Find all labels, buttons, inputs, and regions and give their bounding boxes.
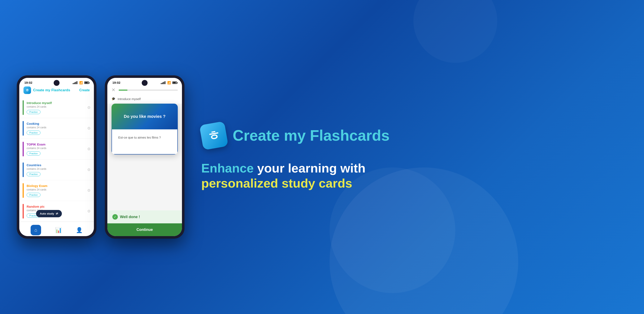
item-title: Countries xyxy=(26,163,85,167)
shuffle-icon: ⇄ xyxy=(56,212,58,215)
battery-icon xyxy=(84,81,89,84)
item-subtitle: contains 24 cards xyxy=(26,188,85,191)
logo-icon: ㅎ xyxy=(24,86,31,94)
gear-icon[interactable]: ⚙ xyxy=(87,126,90,131)
item-subtitle: contains 24 cards xyxy=(26,105,85,108)
phones-area: 19:02 📶 ㅎ xyxy=(0,0,184,314)
item-title: Random pic xyxy=(26,205,85,208)
close-button[interactable]: ✕ xyxy=(112,87,115,93)
progress-bar xyxy=(119,90,178,91)
list-item[interactable]: Introduce myself contains 24 cards Pract… xyxy=(19,97,94,118)
item-subtitle: contains 24 cards xyxy=(26,167,85,170)
status-icons-1: 📶 xyxy=(73,81,89,84)
mortarboard-icon: 🎓 xyxy=(112,97,116,101)
status-time-2: 19:02 xyxy=(112,81,120,84)
app-header: ㅎ Create my Flashcards Create xyxy=(19,84,94,97)
signal-icon xyxy=(161,81,166,84)
phone-practice-screen: 19:02 📶 ✕ xyxy=(107,78,182,236)
phone-practice: 19:02 📶 ✕ xyxy=(105,75,184,239)
signal-icon xyxy=(73,81,77,84)
app-logo-text: Create my Flashcards xyxy=(33,88,70,92)
item-content: Cooking contains 24 cards Practice xyxy=(26,122,85,135)
list-item[interactable]: Countries contains 24 cards Practice ⚙ xyxy=(19,159,94,180)
item-subtitle: contains 24 cards xyxy=(26,126,85,129)
practice-subject: 🎓 Introduce myself xyxy=(107,95,182,104)
notch-2 xyxy=(142,80,148,86)
tagline-your-learning: your learning with xyxy=(257,161,366,175)
battery-icon xyxy=(172,81,177,84)
list-item[interactable]: Cooking contains 24 cards Practice ⚙ xyxy=(19,118,94,139)
gear-icon[interactable]: ⚙ xyxy=(87,105,90,110)
color-bar xyxy=(23,162,24,177)
gear-icon[interactable]: ⚙ xyxy=(87,209,90,213)
item-content: Biology Exam contains 24 cards Practice xyxy=(26,184,85,197)
well-done-header: ✓ Well done ! xyxy=(107,210,182,223)
color-bar xyxy=(23,183,24,198)
color-bar xyxy=(23,121,24,136)
marketing-panel: ㅎ Create my Flashcards Enhance your lear… xyxy=(184,106,644,208)
brand-logo-icon: ㅎ xyxy=(199,121,228,150)
brand-header: ㅎ Create my Flashcards xyxy=(201,123,623,148)
item-subtitle: contains 24 cards xyxy=(26,147,85,150)
tagline: Enhance your learning with personalized … xyxy=(201,161,432,191)
item-content: Countries contains 24 cards Practice xyxy=(26,163,85,176)
item-content: TOPIK Exam contains 24 cards Practice xyxy=(26,143,85,156)
flashcard-question: Do you like movies ? xyxy=(112,104,178,129)
practice-badge[interactable]: Practice xyxy=(26,172,40,176)
color-bar xyxy=(23,142,24,156)
item-content: Introduce myself contains 24 cards Pract… xyxy=(26,101,85,114)
practice-badge[interactable]: Practice xyxy=(26,193,40,197)
auto-study-label: Auto study xyxy=(40,212,54,215)
practice-badge[interactable]: Practice xyxy=(26,110,40,114)
color-bar xyxy=(23,204,24,219)
gear-icon[interactable]: ⚙ xyxy=(87,167,90,172)
auto-study-tooltip: Auto study ⇄ xyxy=(36,210,62,217)
checkmark-icon: ✓ xyxy=(112,214,118,220)
item-title: Cooking xyxy=(26,122,85,125)
practice-badge[interactable]: Practice xyxy=(26,151,40,156)
gear-icon[interactable]: ⚙ xyxy=(87,188,90,193)
item-title: Biology Exam xyxy=(26,184,85,187)
flashcard-list: Introduce myself contains 24 cards Pract… xyxy=(19,97,94,222)
stats-nav-button[interactable]: 📊 xyxy=(55,227,62,233)
practice-header: ✕ xyxy=(107,84,182,95)
phone-list-screen: 19:02 📶 ㅎ xyxy=(19,78,94,236)
status-icons-2: 📶 xyxy=(161,81,177,84)
color-bar xyxy=(23,100,24,115)
gear-icon[interactable]: ⚙ xyxy=(87,147,90,151)
flashcard-main: Do you like movies ? Est-ce que tu aimes… xyxy=(112,104,178,155)
progress-fill xyxy=(119,90,128,91)
wifi-icon: 📶 xyxy=(167,81,171,84)
item-title: Introduce myself xyxy=(26,101,85,105)
well-done-text: Well done ! xyxy=(120,215,140,219)
continue-button[interactable]: Continue xyxy=(107,223,182,236)
flashcard-answer: Est-ce que tu aimes les films ? xyxy=(112,129,178,155)
brand-name: Create my Flashcards xyxy=(233,127,390,144)
tagline-personalized: personalized study cards xyxy=(201,176,352,190)
subject-label: Introduce myself xyxy=(118,97,141,101)
status-time-1: 19:02 xyxy=(24,81,32,84)
profile-nav-button[interactable]: 👤 xyxy=(76,227,82,233)
practice-badge[interactable]: Practice xyxy=(26,131,40,135)
list-item[interactable]: Biology Exam contains 24 cards Practice … xyxy=(19,180,94,201)
wifi-icon: 📶 xyxy=(79,81,83,84)
app-logo: ㅎ Create my Flashcards xyxy=(24,86,70,94)
bottom-nav: ⌂ 📊 👤 xyxy=(19,222,94,236)
create-button[interactable]: Create xyxy=(79,88,90,92)
notch-1 xyxy=(54,80,60,86)
item-title: TOPIK Exam xyxy=(26,143,85,146)
bg-decoration-3 xyxy=(414,0,497,63)
list-item[interactable]: TOPIK Exam contains 24 cards Practice ⚙ xyxy=(19,139,94,159)
home-nav-button[interactable]: ⌂ xyxy=(30,225,41,235)
well-done-area: ✓ Well done ! Continue xyxy=(107,210,182,236)
phone-list: 19:02 📶 ㅎ xyxy=(17,75,96,239)
tagline-enhance: Enhance xyxy=(201,161,257,175)
